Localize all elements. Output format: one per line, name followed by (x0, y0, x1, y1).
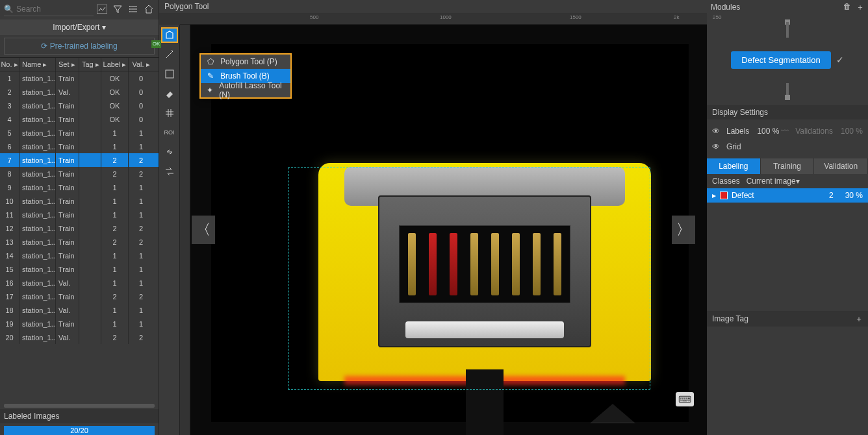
svg-point-1 (129, 6, 131, 7)
left-sidebar: 🔍 Import/Export ▾ ⟳ Pre-trained labeling… (0, 0, 159, 435)
transfer-tool-button[interactable] (161, 164, 178, 179)
module-graph: Defect Segmentation ✓ (707, 14, 868, 105)
class-name: Defect (732, 191, 754, 200)
class-pct: 30 % (845, 191, 863, 200)
ok-badge: OK (151, 40, 161, 48)
table-row[interactable]: 9station_1...Train11 (0, 180, 159, 194)
image-grid-icon[interactable] (96, 3, 108, 15)
add-tag-icon[interactable]: ＋ (855, 314, 863, 325)
table-row[interactable]: 3station_1...TrainOK0 (0, 99, 159, 112)
ctx-icon: ✦ (206, 86, 214, 95)
list-icon[interactable] (127, 3, 139, 15)
add-module-icon[interactable]: ＋ (856, 2, 864, 13)
home-icon[interactable] (143, 3, 155, 15)
delete-module-icon[interactable]: 🗑 (843, 2, 851, 13)
class-count: 2 (829, 191, 834, 200)
ctx-icon: ✎ (206, 71, 215, 81)
table-row[interactable]: 14station_1...Train11 (0, 249, 159, 262)
vertical-toolbar: OK ROI (159, 25, 180, 435)
table-row[interactable]: 10station_1...Train11 (0, 194, 159, 208)
table-row[interactable]: 7station_1...Train22 (0, 153, 159, 167)
keyboard-button[interactable]: ⌨ (676, 392, 694, 406)
table-row[interactable]: 8station_1...Train22 (0, 167, 159, 180)
selection-rect[interactable] (288, 168, 650, 390)
wave-icon: 〰 (781, 127, 790, 136)
pretrained-labeling-button[interactable]: ⟳ Pre-trained labeling (4, 38, 155, 55)
col-set[interactable]: Set ▸ (56, 58, 79, 71)
module-defect-segmentation[interactable]: Defect Segmentation (731, 51, 830, 69)
mode-tabs: Labeling Training Validation (707, 158, 868, 174)
ctx-item[interactable]: ⬠Polygon Tool (P) (201, 55, 290, 69)
watermark-logo (590, 404, 635, 430)
image-tag-body (707, 327, 868, 435)
table-row[interactable]: 18station_1...Val.11 (0, 303, 159, 317)
table-row[interactable]: 1station_1...TrainOK0 (0, 71, 159, 85)
roi-tool-button[interactable]: ROI (161, 125, 178, 140)
col-no[interactable]: No. ▸ (0, 58, 19, 71)
col-label[interactable]: Label ▸ (101, 58, 129, 71)
import-export-button[interactable]: Import/Export ▾ (0, 19, 159, 35)
tab-validation[interactable]: Validation (814, 158, 868, 174)
classes-scope-dropdown[interactable]: Current image▾ (747, 177, 800, 186)
table-row[interactable]: 20station_1...Val.22 (0, 330, 159, 344)
eraser-tool-button[interactable] (161, 86, 178, 101)
ctx-item[interactable]: ✦Autofill Lasso Tool (N) (201, 83, 290, 97)
ruler-horizontal: 500 1000 1500 2k 250 (180, 13, 707, 25)
grid-tool-button[interactable] (161, 105, 178, 121)
table-row[interactable]: 16station_1...Val.11 (0, 276, 159, 290)
image-viewport (211, 44, 689, 422)
prev-image-button[interactable]: 〈 (192, 216, 215, 244)
table-row[interactable]: 11station_1...Train11 (0, 208, 159, 221)
pretrained-label: Pre-trained labeling (50, 42, 118, 51)
col-name[interactable]: Name ▸ (19, 58, 56, 71)
labels-toggle[interactable]: 👁 Labels 100 % (712, 123, 779, 139)
grid-toggle[interactable]: 👁 Grid (712, 139, 863, 155)
display-settings-header: Display Settings (707, 105, 868, 119)
table-body: 1station_1...TrainOK02station_1...Val.OK… (0, 71, 159, 401)
validations-toggle[interactable]: 〰 Validations 100 % (781, 123, 863, 139)
shape-tool-button[interactable] (161, 66, 178, 82)
link-tool-button[interactable] (161, 144, 178, 160)
canvas[interactable]: ⬠Polygon Tool (P)✎Brush Tool (B)✦Autofil… (180, 25, 707, 435)
table-header: No. ▸ Name ▸ Set ▸ Tag ▸ Label ▸ Val. ▸ (0, 57, 159, 71)
tab-labeling[interactable]: Labeling (707, 158, 761, 174)
table-row[interactable]: 5station_1...Train11 (0, 126, 159, 140)
right-panel: Modules 🗑 ＋ Defect Segmentation ✓ Displa… (707, 0, 868, 435)
eye-icon: 👁 (712, 127, 721, 136)
table-row[interactable]: 2station_1...Val.OK0 (0, 85, 159, 99)
table-row[interactable]: 17station_1...Train22 (0, 290, 159, 303)
image-tag-header: Image Tag ＋ (707, 311, 868, 327)
canvas-panel: Polygon Tool 500 1000 1500 2k 250 OK ROI (159, 0, 707, 435)
filter-icon[interactable] (112, 3, 123, 15)
table-row[interactable]: 19station_1...Train11 (0, 317, 159, 330)
tool-context-menu: ⬠Polygon Tool (P)✎Brush Tool (B)✦Autofil… (199, 53, 292, 99)
labeled-summary: Labeled Images (0, 409, 159, 423)
pretrained-icon: ⟳ (41, 42, 47, 51)
table-row[interactable]: 15station_1...Train11 (0, 262, 159, 276)
class-color-swatch (720, 192, 728, 199)
modules-title: Modules (711, 3, 740, 12)
class-defect-row[interactable]: ▸ Defect 2 30 % (707, 188, 868, 203)
modules-header: Modules 🗑 ＋ (707, 0, 868, 14)
search-box[interactable]: 🔍 (4, 2, 94, 16)
svg-point-3 (129, 11, 131, 12)
search-input[interactable] (14, 5, 94, 14)
tab-training[interactable]: Training (761, 158, 815, 174)
tool-title: Polygon Tool (159, 0, 707, 13)
expand-icon[interactable]: ▸ (712, 191, 716, 200)
table-row[interactable]: 6station_1...Train11 (0, 140, 159, 153)
col-val[interactable]: Val. ▸ (129, 58, 153, 71)
table-row[interactable]: 4station_1...TrainOK0 (0, 112, 159, 126)
labeled-progress: 20/20 (4, 426, 155, 435)
next-image-button[interactable]: 〉 (672, 216, 695, 244)
module-check-icon[interactable]: ✓ (836, 55, 844, 65)
classes-header: Classes Current image▾ (707, 174, 868, 188)
table-row[interactable]: 13station_1...Train22 (0, 235, 159, 249)
horizontal-scrollbar[interactable] (4, 404, 155, 408)
table-row[interactable]: 12station_1...Train22 (0, 221, 159, 235)
svg-rect-0 (97, 5, 107, 14)
col-tag[interactable]: Tag ▸ (79, 58, 101, 71)
polygon-tool-button[interactable] (161, 27, 178, 43)
eye-icon: 👁 (712, 142, 721, 151)
wand-tool-button[interactable] (161, 47, 178, 62)
